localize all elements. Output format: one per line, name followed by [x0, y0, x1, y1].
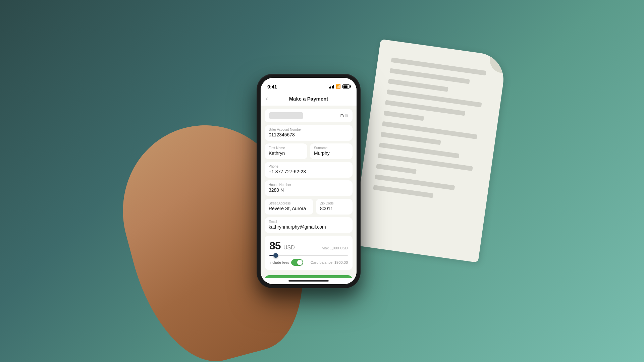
back-button[interactable]: ‹	[266, 95, 268, 102]
include-fees-label: Include fees	[269, 260, 289, 264]
address-row: Street Address Revere St, Aurora Zip Cod…	[265, 199, 353, 215]
house-number-field[interactable]: House Number 3280 N	[265, 180, 353, 196]
zip-code-value: 80011	[320, 206, 348, 211]
status-icons: 📶	[329, 84, 350, 89]
zip-code-field[interactable]: Zip Code 80011	[316, 199, 353, 215]
amount-max: Max 1,000 USD	[322, 246, 348, 250]
biller-account-field[interactable]: Biller Account Number 0112345678	[265, 125, 353, 141]
card-balance: Card balance: $900.00	[311, 260, 348, 264]
slider-thumb[interactable]	[273, 253, 278, 258]
signal-icon	[329, 84, 334, 88]
first-name-value: Kathryn	[269, 150, 303, 156]
first-name-field[interactable]: First Name Kathryn	[265, 143, 307, 159]
phone-screen: 9:41 📶	[261, 78, 357, 284]
receipt-line	[388, 79, 448, 92]
battery-icon	[342, 84, 350, 88]
biller-card: Edit	[265, 109, 353, 122]
receipt-line	[383, 111, 424, 121]
house-number-label: House Number	[269, 183, 348, 187]
receipt-line	[381, 132, 441, 145]
street-address-value: Revere St, Aurora	[269, 206, 309, 211]
first-name-label: First Name	[269, 146, 303, 150]
name-row: First Name Kathryn Surname Murphy	[265, 143, 353, 159]
receipt-lines	[358, 39, 507, 216]
street-address-label: Street Address	[269, 201, 309, 205]
biller-account-value: 0112345678	[269, 132, 348, 137]
email-field[interactable]: Email kathrynmurphy@gmail.com	[265, 217, 353, 233]
scene: 9:41 📶	[171, 30, 473, 332]
nav-header: ‹ Make a Payment	[261, 93, 357, 106]
app-content: ‹ Make a Payment Edit Biller Account Num…	[261, 93, 357, 284]
edit-button[interactable]: Edit	[340, 113, 348, 118]
amount-display: 85 USD	[269, 240, 295, 252]
continue-button[interactable]: Continue • Total: $85	[265, 275, 353, 278]
amount-currency: USD	[283, 245, 295, 250]
form-scroll: Edit Biller Account Number 0112345678 Fi…	[261, 106, 357, 278]
biller-account-label: Biller Account Number	[269, 128, 348, 131]
phone-frame: 9:41 📶	[257, 74, 361, 288]
toggle-thumb	[297, 260, 303, 265]
email-value: kathrynmurphy@gmail.com	[269, 224, 348, 230]
receipt-paper	[352, 39, 507, 263]
status-time: 9:41	[267, 84, 277, 89]
receipt-line	[373, 185, 433, 198]
zip-code-label: Zip Code	[320, 201, 348, 205]
biller-logo	[269, 112, 303, 119]
include-fees-toggle[interactable]	[291, 259, 303, 266]
surname-label: Surname	[314, 146, 348, 150]
house-number-value: 3280 N	[269, 187, 348, 193]
amount-row: 85 USD Max 1,000 USD	[269, 240, 348, 252]
page-title: Make a Payment	[289, 96, 328, 102]
fees-left: Include fees	[269, 259, 303, 266]
home-indicator	[261, 278, 357, 284]
fees-row: Include fees Card balance: $900.00	[269, 259, 348, 266]
wifi-icon: 📶	[336, 84, 341, 89]
amount-section: 85 USD Max 1,000 USD	[265, 236, 353, 270]
surname-value: Murphy	[314, 150, 348, 156]
email-label: Email	[269, 220, 348, 224]
amount-value: 85	[269, 240, 281, 252]
slider-track	[269, 255, 348, 256]
street-address-field[interactable]: Street Address Revere St, Aurora	[265, 199, 313, 215]
home-bar	[288, 280, 329, 282]
surname-field[interactable]: Surname Murphy	[310, 143, 353, 159]
phone-value: +1 877 727-62-23	[269, 169, 348, 174]
status-bar: 9:41 📶	[261, 78, 357, 93]
receipt-line	[376, 164, 417, 174]
amount-slider[interactable]	[269, 255, 348, 256]
phone-label: Phone	[269, 165, 348, 168]
phone-field[interactable]: Phone +1 877 727-62-23	[265, 162, 353, 178]
phone-wrapper: 9:41 📶	[257, 74, 361, 288]
